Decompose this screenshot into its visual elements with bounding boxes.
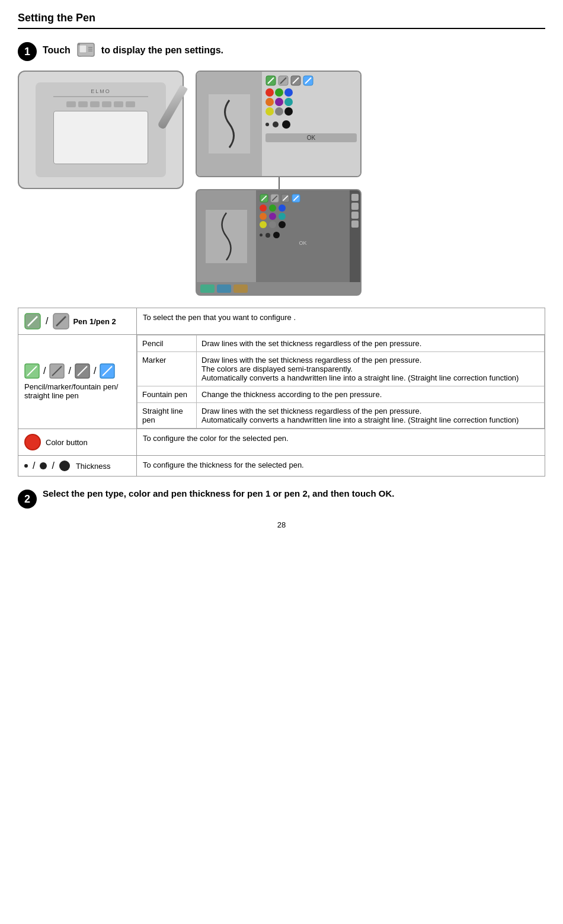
slash-thick1: / bbox=[33, 461, 35, 471]
pen-type-icons-row: / / / bbox=[24, 363, 130, 379]
step1-row: 1 Touch to display the pen settings. bbox=[18, 41, 545, 61]
thickness-medium bbox=[40, 462, 47, 469]
fountain-type-label: Fountain pen bbox=[137, 386, 197, 403]
screen-right-panel: OK bbox=[262, 72, 360, 176]
pencil-icon bbox=[24, 363, 40, 379]
slash3: / bbox=[94, 366, 96, 376]
bottom-btn1 bbox=[200, 284, 215, 293]
tablet-btn bbox=[114, 101, 123, 107]
tablet-btn bbox=[126, 101, 135, 107]
color-dot-b-red[interactable] bbox=[260, 204, 267, 212]
pen-settings-icon bbox=[76, 41, 95, 60]
tablet-inner: ELMO bbox=[36, 82, 166, 177]
color-dot-green[interactable] bbox=[275, 88, 283, 97]
color-dot-b-teal[interactable] bbox=[279, 213, 286, 220]
bottom-btn3 bbox=[233, 284, 248, 293]
sidebar-icon4 bbox=[351, 220, 359, 228]
pen-type-icon1 bbox=[265, 75, 276, 86]
pen-type-icon3 bbox=[290, 75, 301, 86]
step2-text: Select the pen type, color and pen thick… bbox=[43, 488, 394, 498]
pen-type-icon2 bbox=[278, 75, 289, 86]
color-dot-purple[interactable] bbox=[275, 98, 283, 106]
size-small bbox=[265, 123, 269, 126]
bottom-btn2 bbox=[217, 284, 231, 293]
color-button-desc: To configure the color for the selected … bbox=[137, 429, 545, 456]
screen-bottom-layout: OK bbox=[197, 190, 360, 282]
color-dot-b-green[interactable] bbox=[269, 204, 276, 212]
thickness-content: / / Thickness bbox=[24, 461, 130, 471]
color-dot-b-purple[interactable] bbox=[269, 213, 276, 220]
tablet-btn bbox=[102, 101, 111, 107]
sidebar-icon3 bbox=[351, 212, 359, 219]
color-button-label: Color button bbox=[46, 438, 88, 447]
svg-rect-6 bbox=[81, 55, 91, 57]
slash-separator: / bbox=[46, 316, 48, 327]
pen-type-icon-b1 bbox=[260, 194, 268, 203]
color-dot-gray[interactable] bbox=[275, 107, 283, 116]
pen-select-icons: / Pen 1/pen 2 bbox=[24, 313, 130, 330]
step1-after-label: to display the pen settings. bbox=[101, 45, 223, 56]
sidebar-icon2 bbox=[351, 203, 359, 210]
color-dot-black[interactable] bbox=[284, 107, 293, 116]
color-dot-b-black[interactable] bbox=[279, 221, 286, 228]
color-grid-bottom bbox=[260, 204, 346, 228]
step2-circle: 2 bbox=[18, 490, 37, 509]
page-number: 28 bbox=[18, 520, 545, 529]
step2-row: 2 Select the pen type, color and pen thi… bbox=[18, 488, 545, 509]
inner-row-marker: Marker Draw lines with the set thickness… bbox=[137, 352, 545, 386]
svg-point-2 bbox=[78, 43, 80, 46]
table-row-thickness: / / Thickness To configure the thickness… bbox=[18, 456, 545, 477]
pen-type-icon-b4 bbox=[292, 194, 300, 203]
size-row bbox=[265, 120, 357, 129]
size-small-b bbox=[260, 234, 263, 236]
thickness-large bbox=[59, 461, 70, 471]
pencil-type-label: Pencil bbox=[137, 335, 197, 352]
pen2-icon bbox=[53, 313, 69, 330]
size-large bbox=[282, 120, 290, 129]
pen1-icon bbox=[24, 313, 41, 330]
slash-thick2: / bbox=[52, 461, 54, 471]
tablet-buttons-row bbox=[66, 101, 135, 107]
color-dot-orange[interactable] bbox=[265, 98, 274, 106]
tablet-btn bbox=[66, 101, 76, 107]
pen-settings-table: / Pen 1/pen 2 To select the pen that you… bbox=[18, 308, 545, 477]
connector-line bbox=[279, 177, 280, 189]
ok-label-bottom: OK bbox=[260, 240, 346, 246]
pen-type-icons-bottom bbox=[260, 194, 346, 203]
screen-bottom-left bbox=[197, 190, 256, 282]
screen-panel: OK bbox=[197, 72, 360, 176]
pen-type-label: Pencil/marker/fountain pen/ straight lin… bbox=[24, 382, 130, 400]
svg-rect-1 bbox=[79, 45, 87, 53]
pen-type-cell: / / / Pencil/marker/foun bbox=[18, 335, 137, 429]
color-dot-b-yellow[interactable] bbox=[260, 221, 267, 228]
bottom-buttons-row bbox=[197, 282, 360, 295]
color-dot-blue[interactable] bbox=[284, 88, 293, 97]
table-row-pen-select: / Pen 1/pen 2 To select the pen that you… bbox=[18, 308, 545, 335]
fountain-pen-icon bbox=[75, 363, 90, 379]
color-dot-red[interactable] bbox=[265, 88, 274, 97]
screen-bottom-sidebar bbox=[350, 190, 360, 282]
color-dot-b-blue[interactable] bbox=[279, 204, 286, 212]
size-large-b bbox=[273, 232, 280, 238]
color-dot-teal[interactable] bbox=[284, 98, 293, 106]
marker-type-desc: Draw lines with the set thickness regard… bbox=[197, 352, 545, 386]
step1-touch-label: Touch bbox=[43, 45, 71, 56]
color-dot-yellow[interactable] bbox=[265, 107, 274, 116]
slash1: / bbox=[43, 366, 46, 376]
elmo-brand: ELMO bbox=[91, 88, 111, 94]
color-dot-b-gray[interactable] bbox=[269, 221, 276, 228]
color-dot-b-orange[interactable] bbox=[260, 213, 267, 220]
pen-type-details: Pencil Draw lines with the set thickness… bbox=[137, 335, 545, 429]
tablet-btn bbox=[78, 101, 88, 107]
inner-row-fountain: Fountain pen Change the thickness accord… bbox=[137, 386, 545, 403]
tablet-image: ELMO bbox=[18, 71, 184, 189]
wave-preview-bottom bbox=[206, 210, 247, 263]
pen-select-cell: / Pen 1/pen 2 bbox=[18, 308, 137, 335]
ok-button-top[interactable]: OK bbox=[265, 133, 357, 142]
inner-row-pencil: Pencil Draw lines with the set thickness… bbox=[137, 335, 545, 352]
screen-left-panel bbox=[197, 72, 262, 176]
thickness-small bbox=[24, 464, 28, 468]
pen-settings-screen-bottom: OK bbox=[196, 189, 362, 296]
marker-type-label: Marker bbox=[137, 352, 197, 386]
color-grid bbox=[265, 88, 357, 116]
